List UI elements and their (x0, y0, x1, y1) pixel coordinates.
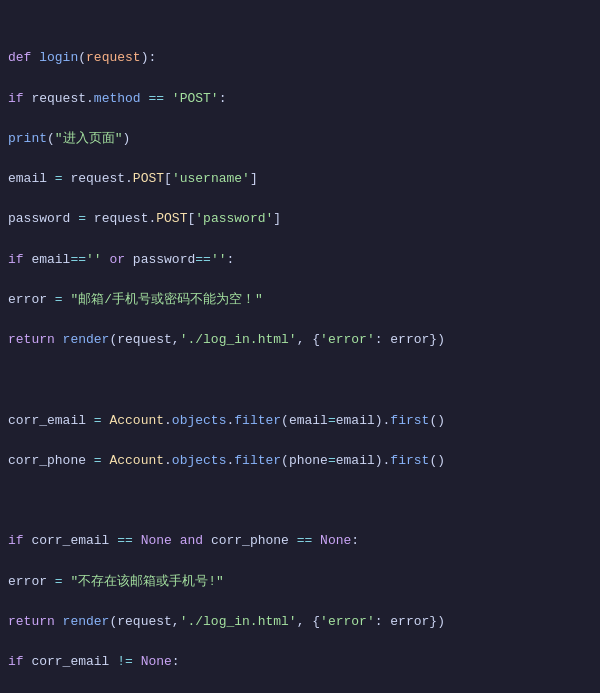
code-line (0, 371, 600, 391)
code-editor: def login(request): if request.method ==… (0, 0, 600, 693)
code-line (0, 491, 600, 511)
code-line: if email=='' or password=='': (0, 250, 600, 270)
code-line: password = request.POST['password'] (0, 209, 600, 229)
code-line: if corr_email != None: (0, 652, 600, 672)
code-line: corr_email = Account.objects.filter(emai… (0, 411, 600, 431)
code-line: error = "不存在该邮箱或手机号!" (0, 572, 600, 592)
code-line: email = request.POST['username'] (0, 169, 600, 189)
code-line: print("进入页面") (0, 129, 600, 149)
code-line: def login(request): (0, 48, 600, 68)
code-line: corr_phone = Account.objects.filter(phon… (0, 451, 600, 471)
code-line: if request.method == 'POST': (0, 89, 600, 109)
code-line: if corr_email == None and corr_phone == … (0, 531, 600, 551)
code-line: error = "邮箱/手机号或密码不能为空！" (0, 290, 600, 310)
code-line: return render(request,'./log_in.html', {… (0, 612, 600, 632)
code-line: return render(request,'./log_in.html', {… (0, 330, 600, 350)
